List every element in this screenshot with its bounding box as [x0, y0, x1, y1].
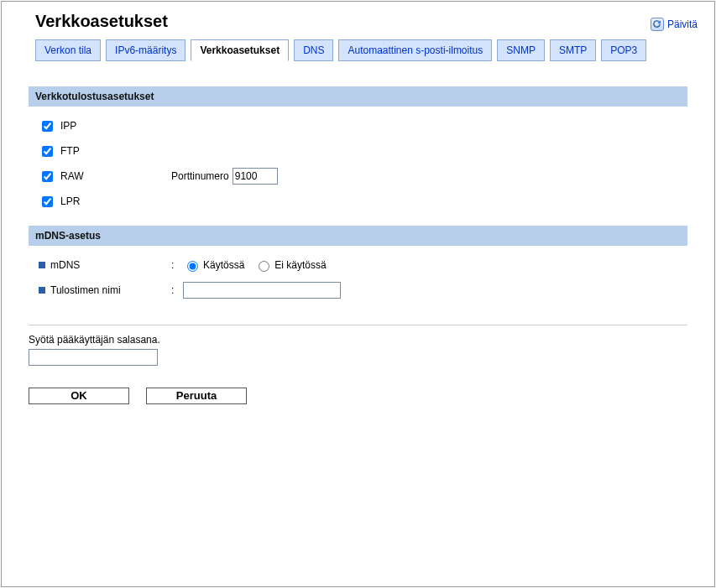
row-ipp: IPP: [39, 113, 687, 138]
row-raw: RAW Porttinumero: [39, 164, 687, 189]
refresh-link[interactable]: Päivitä: [651, 18, 698, 31]
radio-enabled[interactable]: [187, 261, 198, 272]
page-title: Verkkoasetukset: [18, 8, 168, 39]
admin-password-input[interactable]: [29, 349, 158, 366]
button-row: OK Peruuta: [29, 388, 687, 404]
tab-ipv6[interactable]: IPv6-määritys: [106, 39, 186, 61]
section-mdns-header: mDNS-asetus: [29, 226, 687, 246]
row-ftp: FTP: [39, 138, 687, 164]
page: Verkkoasetukset Päivitä Verkon tila IPv6…: [1, 1, 715, 587]
tab-network-status[interactable]: Verkon tila: [35, 39, 101, 61]
radio-enabled-label: Käytössä: [203, 259, 244, 271]
colon: :: [171, 259, 183, 271]
radio-disabled-wrap[interactable]: Ei käytössä: [254, 258, 326, 272]
checkbox-ftp[interactable]: [42, 146, 53, 157]
printer-name-input[interactable]: [183, 282, 341, 299]
bullet-icon: [39, 262, 45, 268]
label-mdns: mDNS: [50, 259, 80, 271]
checkbox-ipp[interactable]: [42, 121, 53, 132]
label-ipp: IPP: [60, 120, 76, 132]
cancel-button[interactable]: Peruuta: [146, 388, 247, 404]
radio-enabled-wrap[interactable]: Käytössä: [183, 258, 244, 272]
label-lpr: LPR: [60, 195, 80, 207]
port-number-input[interactable]: [233, 168, 278, 185]
row-mdns: mDNS : Käytössä Ei käytössä: [39, 252, 687, 278]
header: Verkkoasetukset Päivitä: [2, 2, 714, 39]
checkbox-raw[interactable]: [42, 171, 53, 182]
divider: [29, 325, 687, 325]
ok-button[interactable]: OK: [29, 388, 129, 404]
row-printer-name: Tulostimen nimi :: [39, 278, 687, 303]
tab-dns[interactable]: DNS: [294, 39, 333, 61]
label-printer-name: Tulostimen nimi: [50, 284, 121, 296]
refresh-icon: [651, 18, 664, 31]
label-ftp: FTP: [60, 145, 80, 157]
bullet-icon: [39, 287, 45, 294]
tab-email-auto[interactable]: Automaattinen s-posti-ilmoitus: [338, 39, 492, 61]
tab-snmp[interactable]: SNMP: [497, 39, 545, 61]
refresh-label: Päivitä: [667, 18, 698, 30]
colon: :: [171, 284, 183, 296]
radio-disabled-label: Ei käytössä: [274, 259, 326, 271]
tabs: Verkon tila IPv6-määritys Verkkoasetukse…: [2, 39, 714, 61]
tab-network-settings[interactable]: Verkkoasetukset: [191, 39, 289, 61]
section-mdns-body: mDNS : Käytössä Ei käytössä: [29, 246, 687, 315]
tab-smtp[interactable]: SMTP: [550, 39, 596, 61]
tab-pop3[interactable]: POP3: [601, 39, 646, 61]
label-raw: RAW: [60, 170, 84, 182]
password-prompt: Syötä pääkäyttäjän salasana.: [29, 334, 687, 346]
section-print-body: IPP FTP RAW Porttinumero: [29, 107, 687, 226]
section-print-header: Verkkotulostusasetukset: [29, 86, 687, 107]
port-number-label: Porttinumero: [171, 170, 229, 182]
content: Verkkotulostusasetukset IPP FTP RAW: [2, 61, 714, 404]
checkbox-lpr[interactable]: [42, 196, 53, 207]
radio-disabled[interactable]: [259, 261, 269, 272]
row-lpr: LPR: [39, 189, 687, 214]
